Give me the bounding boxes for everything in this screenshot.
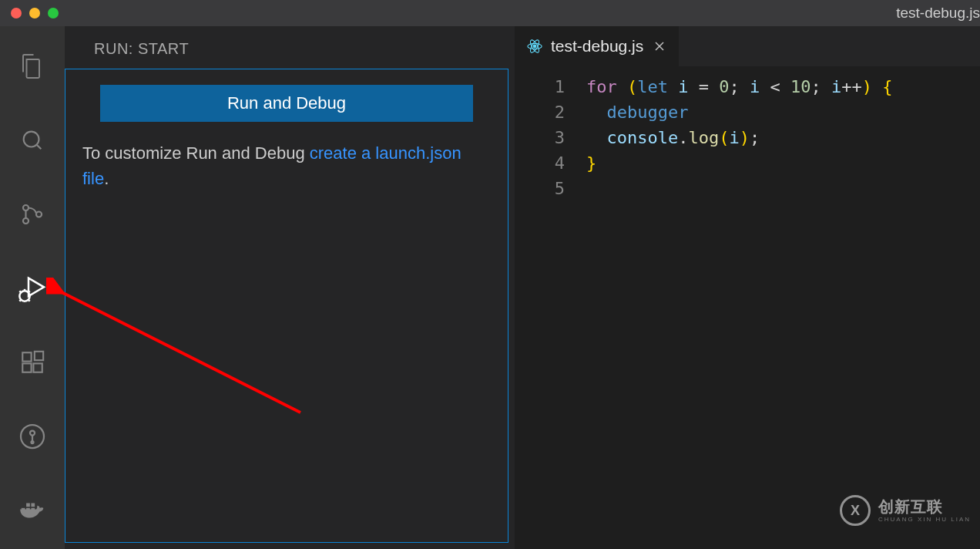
watermark-main: 创新互联 [878,499,971,514]
titlebar: test-debug.js [0,0,980,26]
watermark: X 创新互联 CHUANG XIN HU LIAN [840,495,971,526]
line-number: 5 [515,176,565,201]
svg-point-17 [30,431,35,436]
docker-icon[interactable] [14,492,51,529]
svg-point-4 [36,211,42,217]
source-control-icon[interactable] [14,196,51,233]
code-line[interactable]: console.log(i); [586,125,980,150]
code-line[interactable] [586,176,980,201]
editor-tabs: test-debug.js [515,26,980,66]
run-debug-icon[interactable] [14,270,51,307]
maximize-window-button[interactable] [48,8,59,19]
svg-rect-23 [26,504,30,507]
line-number: 3 [515,125,565,150]
code-lines[interactable]: for (let i = 0; i < 10; i++) { debugger … [586,74,980,549]
watermark-sub: CHUANG XIN HU LIAN [878,517,971,523]
svg-point-25 [533,45,536,48]
run-and-debug-button[interactable]: Run and Debug [100,85,473,122]
sidebar-help-text: To customize Run and Debug create a laun… [79,140,494,191]
line-number: 2 [515,99,565,125]
code-editor[interactable]: 12345 for (let i = 0; i < 10; i++) { deb… [515,66,980,549]
svg-line-10 [29,300,30,301]
help-prefix: To customize Run and Debug [82,143,310,163]
tab-filename: test-debug.js [551,37,643,56]
activity-bar [0,26,65,549]
svg-rect-15 [35,352,43,360]
svg-line-9 [19,300,21,301]
svg-line-8 [29,291,30,292]
explorer-icon[interactable] [14,48,51,85]
svg-line-1 [37,145,42,150]
watermark-icon: X [840,495,871,526]
svg-rect-13 [22,363,31,372]
line-number: 4 [515,150,565,176]
help-suffix: . [104,169,109,188]
traffic-lights [11,8,59,19]
sidebar-header: RUN: START [65,26,515,69]
tab-test-debug-js[interactable]: test-debug.js [515,26,679,66]
extensions-icon[interactable] [14,344,51,381]
minimize-window-button[interactable] [29,8,40,19]
window-title: test-debug.js [896,5,980,22]
react-file-icon [526,38,543,55]
search-icon[interactable] [14,122,51,159]
code-line[interactable]: debugger [586,99,980,125]
svg-rect-24 [31,504,35,507]
run-sidebar: RUN: START Run and Debug To customize Ru… [65,26,515,549]
svg-rect-12 [22,352,31,361]
code-line[interactable]: } [586,150,980,176]
svg-rect-14 [33,363,42,372]
svg-point-2 [23,205,29,211]
line-number-gutter: 12345 [515,74,586,549]
editor-area: test-debug.js 12345 for (let i = 0; i < … [515,26,980,549]
sidebar-body: Run and Debug To customize Run and Debug… [65,69,508,543]
close-window-button[interactable] [11,8,22,19]
line-number: 1 [515,74,565,99]
svg-point-0 [24,132,39,147]
svg-point-3 [23,218,29,224]
close-tab-icon[interactable] [651,38,668,55]
svg-marker-5 [29,278,44,296]
svg-line-7 [19,291,21,292]
gitlens-icon[interactable] [14,418,51,455]
code-line[interactable]: for (let i = 0; i < 10; i++) { [586,74,980,99]
